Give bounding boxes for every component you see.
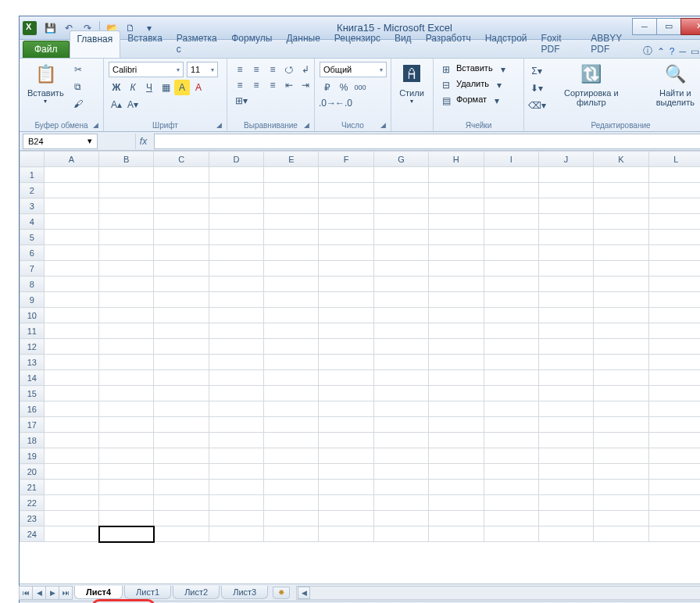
ribbon-tab[interactable]: Вставка bbox=[120, 30, 170, 58]
cell[interactable] bbox=[429, 167, 484, 183]
cell[interactable] bbox=[319, 198, 373, 214]
cell[interactable] bbox=[99, 433, 154, 448]
cell[interactable] bbox=[484, 292, 538, 308]
save-button[interactable]: 💾 bbox=[43, 21, 57, 35]
cell[interactable] bbox=[484, 308, 538, 323]
cell[interactable] bbox=[484, 245, 538, 261]
cell[interactable] bbox=[484, 277, 538, 292]
cell[interactable] bbox=[264, 448, 319, 464]
cell[interactable] bbox=[99, 277, 154, 292]
cell[interactable] bbox=[538, 292, 593, 308]
cell[interactable] bbox=[594, 401, 648, 417]
cell[interactable] bbox=[264, 230, 319, 245]
cell[interactable] bbox=[44, 464, 98, 480]
cell[interactable] bbox=[154, 417, 209, 433]
copy-button[interactable]: ⧉ bbox=[70, 79, 86, 95]
row-header[interactable]: 22 bbox=[20, 495, 45, 511]
cell[interactable] bbox=[594, 526, 648, 542]
font-name-combo[interactable]: Calibri▾ bbox=[109, 62, 184, 77]
cell[interactable] bbox=[648, 370, 700, 386]
cell[interactable] bbox=[209, 511, 263, 526]
cell[interactable] bbox=[373, 526, 428, 542]
cell[interactable] bbox=[484, 464, 538, 480]
cell[interactable] bbox=[264, 511, 319, 526]
cell[interactable] bbox=[99, 167, 154, 183]
cell[interactable] bbox=[209, 214, 263, 230]
cell[interactable] bbox=[44, 277, 98, 292]
cell[interactable] bbox=[484, 339, 538, 355]
cell[interactable] bbox=[209, 526, 263, 542]
scroll-left-icon[interactable]: ◀ bbox=[298, 587, 310, 599]
comma-button[interactable]: 000 bbox=[352, 80, 368, 95]
cell[interactable] bbox=[264, 339, 319, 355]
cell[interactable] bbox=[44, 355, 98, 370]
cell[interactable] bbox=[319, 464, 373, 480]
cell[interactable] bbox=[319, 417, 373, 433]
cell[interactable] bbox=[648, 261, 700, 277]
sheet-tab[interactable]: Лист3 bbox=[221, 586, 268, 599]
cell[interactable] bbox=[209, 230, 263, 245]
find-select-button[interactable]: 🔍 Найти и выделить bbox=[637, 60, 700, 109]
cell[interactable] bbox=[538, 308, 593, 323]
cell[interactable] bbox=[429, 214, 484, 230]
cell[interactable] bbox=[154, 526, 209, 542]
align-bottom-button[interactable]: ≡ bbox=[265, 62, 280, 77]
cell[interactable] bbox=[154, 323, 209, 339]
column-header[interactable]: I bbox=[484, 152, 538, 167]
cell[interactable] bbox=[429, 339, 484, 355]
cell[interactable] bbox=[373, 417, 428, 433]
cell[interactable] bbox=[264, 167, 319, 183]
row-header[interactable]: 15 bbox=[20, 386, 45, 401]
cell[interactable] bbox=[538, 495, 593, 511]
cell[interactable] bbox=[264, 355, 319, 370]
delete-cells-button[interactable]: Удалить bbox=[455, 77, 491, 93]
row-header[interactable]: 11 bbox=[20, 323, 45, 339]
cell[interactable] bbox=[429, 386, 484, 401]
cell[interactable] bbox=[373, 323, 428, 339]
cell[interactable] bbox=[319, 277, 373, 292]
cell[interactable] bbox=[319, 480, 373, 495]
cell[interactable] bbox=[484, 183, 538, 198]
dialog-launcher-icon[interactable]: ◢ bbox=[216, 121, 222, 129]
cell[interactable] bbox=[44, 183, 98, 198]
cell[interactable] bbox=[209, 245, 263, 261]
bold-button[interactable]: Ж bbox=[109, 80, 124, 95]
cell[interactable] bbox=[154, 308, 209, 323]
cell[interactable] bbox=[484, 355, 538, 370]
cell[interactable] bbox=[44, 448, 98, 464]
cell[interactable] bbox=[538, 401, 593, 417]
cell[interactable] bbox=[44, 417, 98, 433]
cell[interactable] bbox=[429, 183, 484, 198]
cell[interactable] bbox=[319, 230, 373, 245]
cell[interactable] bbox=[648, 339, 700, 355]
cell[interactable] bbox=[594, 495, 648, 511]
cell[interactable] bbox=[264, 214, 319, 230]
cell[interactable] bbox=[319, 292, 373, 308]
cell[interactable] bbox=[44, 480, 98, 495]
cell[interactable] bbox=[154, 230, 209, 245]
cell[interactable] bbox=[648, 511, 700, 526]
cell[interactable] bbox=[319, 401, 373, 417]
fill-button[interactable]: ⬇▾ bbox=[529, 80, 545, 96]
cell[interactable] bbox=[264, 198, 319, 214]
cell[interactable] bbox=[538, 245, 593, 261]
cell[interactable] bbox=[154, 198, 209, 214]
cell[interactable] bbox=[648, 245, 700, 261]
cell[interactable] bbox=[484, 386, 538, 401]
cell[interactable] bbox=[594, 511, 648, 526]
cut-button[interactable]: ✂ bbox=[70, 62, 86, 77]
row-header[interactable]: 5 bbox=[20, 230, 45, 245]
cell[interactable] bbox=[209, 417, 263, 433]
cell[interactable] bbox=[648, 526, 700, 542]
row-header[interactable]: 17 bbox=[20, 417, 45, 433]
cell[interactable] bbox=[429, 230, 484, 245]
cell[interactable] bbox=[319, 308, 373, 323]
format-painter-button[interactable]: 🖌 bbox=[70, 96, 86, 112]
cell[interactable] bbox=[319, 370, 373, 386]
cell[interactable] bbox=[373, 198, 428, 214]
column-header[interactable]: B bbox=[99, 152, 154, 167]
cell[interactable] bbox=[44, 292, 98, 308]
cell[interactable] bbox=[319, 433, 373, 448]
cell[interactable] bbox=[429, 277, 484, 292]
cell[interactable] bbox=[538, 167, 593, 183]
